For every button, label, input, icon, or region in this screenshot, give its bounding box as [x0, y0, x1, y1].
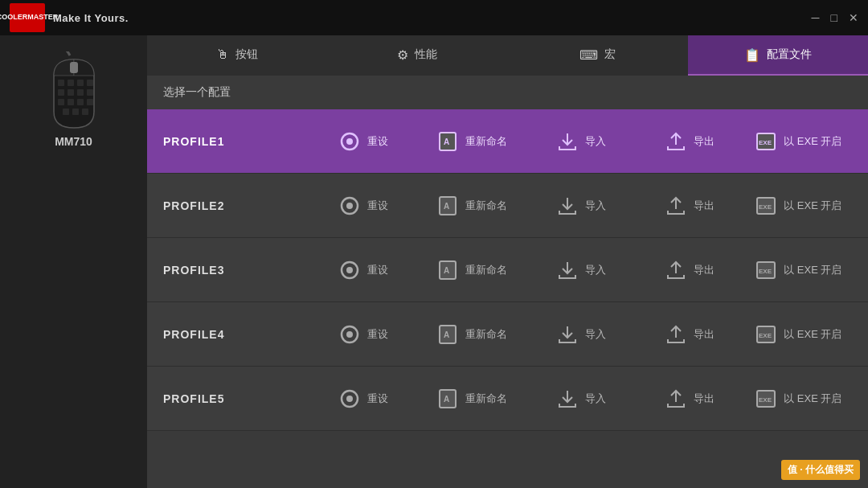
performance-tab-label: 性能: [415, 47, 437, 62]
profile-row-5[interactable]: PROFILE5 重设 A 重新命名: [147, 367, 868, 431]
export-action-5[interactable]: 导出: [634, 386, 743, 412]
svg-rect-8: [58, 99, 64, 105]
tab-buttons[interactable]: 🖱 按钮: [147, 35, 327, 76]
exe-icon-1: EXE: [753, 129, 779, 154]
titlebar: COOLER MASTER Make It Yours. ─ □ ✕: [0, 0, 868, 35]
coolermaster-logo: COOLER MASTER: [10, 3, 45, 32]
rename-icon-3: A: [435, 257, 461, 283]
import-action-3[interactable]: 导入: [526, 257, 634, 283]
svg-rect-0: [58, 80, 64, 86]
import-icon-5: [555, 386, 580, 412]
import-icon-4: [555, 322, 580, 347]
import-icon-3: [555, 257, 580, 283]
reset-icon-1: [337, 129, 362, 154]
svg-rect-12: [63, 109, 69, 115]
reset-icon-3: [337, 257, 362, 283]
svg-point-24: [346, 203, 353, 209]
export-icon-2: [663, 193, 689, 219]
svg-rect-16: [70, 62, 78, 73]
exe-action-2[interactable]: EXE 以 EXE 开启: [743, 193, 852, 219]
exe-action-1[interactable]: EXE 以 EXE 开启: [743, 129, 852, 154]
performance-tab-icon: ⚙: [397, 47, 408, 63]
profile-header: 选择一个配置: [147, 76, 868, 109]
minimize-button[interactable]: ─: [812, 11, 820, 24]
svg-point-18: [346, 138, 353, 145]
buttons-tab-label: 按钮: [235, 47, 258, 62]
svg-text:A: A: [444, 266, 449, 275]
svg-rect-4: [58, 89, 64, 96]
svg-rect-10: [77, 99, 84, 105]
exe-icon-5: EXE: [753, 386, 779, 412]
mouse-image: [26, 51, 122, 132]
import-action-2[interactable]: 导入: [526, 193, 634, 219]
profile-row-4[interactable]: PROFILE4 重设 A 重新命名: [147, 302, 868, 367]
svg-rect-7: [87, 89, 93, 96]
svg-rect-14: [82, 109, 88, 115]
macro-tab-icon: ⌨: [579, 47, 598, 63]
exe-icon-3: EXE: [753, 257, 779, 283]
rename-action-2[interactable]: A 重新命名: [416, 193, 525, 219]
tab-performance[interactable]: ⚙ 性能: [327, 35, 507, 76]
reset-action-5[interactable]: 重设: [308, 386, 416, 412]
export-icon-3: [663, 257, 689, 283]
reset-action-3[interactable]: 重设: [308, 257, 416, 283]
svg-rect-6: [77, 89, 84, 96]
svg-text:EXE: EXE: [759, 268, 772, 275]
rename-action-4[interactable]: A 重新命名: [416, 322, 525, 347]
export-action-2[interactable]: 导出: [634, 193, 743, 219]
rename-action-5[interactable]: A 重新命名: [416, 386, 525, 412]
rename-icon-1: A: [435, 129, 461, 154]
profile-name-5: PROFILE5: [163, 392, 308, 405]
svg-text:A: A: [444, 202, 449, 211]
export-icon-5: [663, 386, 689, 412]
export-action-1[interactable]: 导出: [634, 129, 743, 154]
svg-text:A: A: [444, 137, 449, 146]
macro-tab-label: 宏: [604, 47, 616, 62]
import-action-4[interactable]: 导入: [526, 322, 634, 347]
import-action-1[interactable]: 导入: [526, 129, 634, 154]
exe-action-4[interactable]: EXE 以 EXE 开启: [743, 322, 852, 347]
profile-name-1: PROFILE1: [163, 135, 308, 148]
restore-button[interactable]: □: [831, 11, 837, 24]
svg-rect-11: [87, 99, 93, 105]
profile-row-1[interactable]: PROFILE1 重设 A 重新命名: [147, 109, 868, 174]
svg-text:A: A: [444, 395, 449, 404]
window-controls[interactable]: ─ □ ✕: [812, 11, 858, 24]
sidebar: MM710: [0, 35, 147, 488]
main-content: 🖱 按钮 ⚙ 性能 ⌨ 宏 📋 配置文件 选择一个配置 PROFILE1: [147, 35, 868, 488]
svg-point-36: [346, 331, 353, 338]
tab-profile[interactable]: 📋 配置文件: [688, 35, 868, 76]
exe-action-3[interactable]: EXE 以 EXE 开启: [743, 257, 852, 283]
reset-action-4[interactable]: 重设: [308, 322, 416, 347]
reset-icon-5: [337, 386, 362, 412]
svg-rect-2: [77, 80, 84, 86]
profile-row-3[interactable]: PROFILE3 重设 A 重新命名: [147, 238, 868, 302]
export-action-3[interactable]: 导出: [634, 257, 743, 283]
rename-action-1[interactable]: A 重新命名: [416, 129, 525, 154]
svg-rect-5: [68, 89, 74, 96]
export-icon-4: [663, 322, 689, 347]
reset-icon-4: [337, 322, 362, 347]
profile-header-text: 选择一个配置: [163, 85, 231, 98]
svg-text:EXE: EXE: [759, 203, 772, 211]
reset-action-2[interactable]: 重设: [308, 193, 416, 219]
reset-action-1[interactable]: 重设: [308, 129, 416, 154]
rename-icon-4: A: [435, 322, 461, 347]
reset-icon-2: [337, 193, 362, 219]
rename-icon-5: A: [435, 386, 461, 412]
profile-name-3: PROFILE3: [163, 264, 308, 277]
tab-macro[interactable]: ⌨ 宏: [508, 35, 688, 76]
import-action-5[interactable]: 导入: [526, 386, 634, 412]
profile-row-2[interactable]: PROFILE2 重设 A 重新命名: [147, 174, 868, 238]
exe-action-5[interactable]: EXE 以 EXE 开启: [743, 386, 852, 412]
exe-icon-2: EXE: [753, 193, 779, 219]
svg-rect-13: [72, 109, 79, 115]
device-name: MM710: [55, 135, 92, 148]
svg-text:EXE: EXE: [759, 139, 772, 146]
svg-rect-9: [68, 99, 74, 105]
rename-action-3[interactable]: A 重新命名: [416, 257, 525, 283]
export-action-4[interactable]: 导出: [634, 322, 743, 347]
import-icon-1: [555, 129, 580, 154]
close-button[interactable]: ✕: [849, 11, 858, 24]
profile-tab-label: 配置文件: [767, 47, 812, 62]
